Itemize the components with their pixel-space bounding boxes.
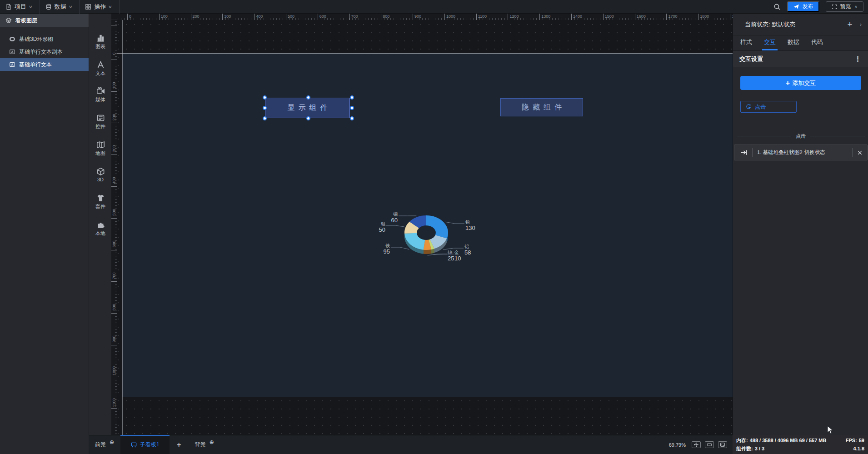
layer-label: 基础单行文本副本 <box>19 48 63 56</box>
resize-handle[interactable] <box>350 95 354 100</box>
ruler-v-label: 100 <box>112 79 116 92</box>
layer-item[interactable]: 基础单行文本副本 <box>0 45 89 58</box>
toolbox-item-地图[interactable]: 地图 <box>89 140 112 157</box>
resize-handle[interactable] <box>263 116 267 120</box>
ruler-v-label: 600 <box>112 237 116 251</box>
canvas-area[interactable]: 0100200300400500600700800900100011001200… <box>111 14 733 435</box>
chart-icon <box>89 34 112 42</box>
ruler-v-label: 500 <box>112 205 116 219</box>
dashboard-editor: 项目∨数据∨操作∨ 发布 预览 ∨ 看板图层 基础3D环形图基础单行文本副本基础 <box>0 0 868 454</box>
ruler-h-label: 1400 <box>573 14 582 19</box>
add-background-icon[interactable]: ⊕ <box>210 439 214 445</box>
toolbox-label: 本地 <box>89 230 112 237</box>
current-state-row: 当前状态: 默认状态 + › <box>733 14 868 35</box>
interaction-action-row[interactable]: 1. 基础堆叠柱状图2-切换状态 <box>734 145 868 160</box>
menu-data[interactable]: 数据∨ <box>40 0 80 14</box>
console-button[interactable] <box>718 441 727 448</box>
fit-screen-button[interactable] <box>692 441 701 448</box>
artboard-left-guide <box>122 20 123 435</box>
hide-component-button[interactable]: 隐藏组件 <box>500 98 583 116</box>
background-tab[interactable]: 背景 ⊕ <box>189 435 220 454</box>
layers-panel-header: 看板图层 <box>0 14 89 27</box>
media-icon <box>89 87 112 95</box>
layer-item[interactable]: 基础3D环形图 <box>0 33 89 45</box>
menu-group: 项目∨数据∨操作∨ <box>0 0 120 14</box>
subboard-tab[interactable]: 子看板1 <box>120 435 170 454</box>
fullscreen-icon <box>832 4 837 10</box>
components-label: 组件数: <box>736 446 753 451</box>
trigger-divider: 点击 <box>737 133 865 140</box>
panel-tabs: 样式交互数据代码 <box>733 35 868 51</box>
textbox-icon <box>9 49 15 55</box>
ruler-h-label: 1600 <box>637 14 646 19</box>
chevron-right-icon[interactable]: › <box>860 21 862 28</box>
ruler-h-label: 200 <box>193 14 200 19</box>
local-icon <box>89 220 112 229</box>
show-component-button[interactable]: 显示组件 <box>265 98 350 118</box>
toolbox-item-套件[interactable]: 套件 <box>89 194 112 210</box>
donut-chart-3d[interactable]: 铅130铝58金10锌25铁95银50铜60 <box>365 198 488 266</box>
toolbox-item-3D[interactable]: 3D <box>89 167 112 182</box>
resize-handle[interactable] <box>263 106 267 110</box>
shortcut-keys-button[interactable] <box>705 441 714 448</box>
click-trigger-button[interactable]: 点击 <box>740 101 797 113</box>
layer-label: 基础3D环形图 <box>19 35 53 43</box>
ruler-h-label: 1800 <box>700 14 709 19</box>
panel-tab-交互[interactable]: 交互 <box>764 38 776 50</box>
toolbox-item-图表[interactable]: 图表 <box>89 34 112 50</box>
board-icon <box>130 441 137 448</box>
toolbox-label: 图表 <box>89 43 112 50</box>
ruler-h-label: 100 <box>161 14 168 19</box>
horizontal-ruler: 0100200300400500600700800900100011001200… <box>117 14 733 20</box>
ruler-h-label: 1200 <box>509 14 519 19</box>
layer-item[interactable]: 基础单行文本 <box>0 58 89 71</box>
resize-handle[interactable] <box>350 116 354 120</box>
chart-label-铅: 铅130 <box>465 220 481 231</box>
layer-label: 基础单行文本 <box>19 61 52 69</box>
resize-handle[interactable] <box>263 95 267 100</box>
subboard-label: 子看板1 <box>140 441 160 449</box>
foreground-label: 前景 <box>95 441 106 449</box>
search-icon[interactable] <box>773 3 781 10</box>
panel-tab-数据[interactable]: 数据 <box>788 38 799 50</box>
donut-icon <box>9 36 15 42</box>
toolbox-item-文本[interactable]: 文本 <box>89 60 112 77</box>
toolbox-item-媒体[interactable]: 媒体 <box>89 87 112 103</box>
toolbox-label: 地图 <box>89 150 112 157</box>
add-interaction-button[interactable]: + 添加交互 <box>740 76 861 90</box>
trigger-label: 点击 <box>755 103 766 111</box>
panel-tab-样式[interactable]: 样式 <box>740 38 752 50</box>
resize-handle[interactable] <box>306 116 310 120</box>
resize-handle[interactable] <box>306 95 310 100</box>
ruler-h-label: 900 <box>414 14 421 19</box>
top-menu-bar: 项目∨数据∨操作∨ 发布 预览 ∨ <box>0 0 868 14</box>
chevron-down-icon: ∨ <box>68 5 72 9</box>
menu-action[interactable]: 操作∨ <box>80 0 120 14</box>
publish-button[interactable]: 发布 <box>787 1 819 12</box>
more-options-icon[interactable]: ⋮ <box>854 55 862 63</box>
components-row: 组件数:3 / 3 4.1.8 <box>736 444 864 453</box>
resize-handle[interactable] <box>350 106 354 110</box>
foreground-tab[interactable]: 前景 ⊕ <box>89 435 120 454</box>
add-subboard-button[interactable]: + <box>170 440 189 449</box>
remove-action-button[interactable] <box>853 150 867 155</box>
ruler-h-label: 500 <box>288 14 294 19</box>
menu-project[interactable]: 项目∨ <box>0 0 40 14</box>
add-foreground-icon[interactable]: ⊕ <box>110 439 114 445</box>
chart-label-铜: 铜60 <box>382 212 398 224</box>
ruler-v-label: 200 <box>112 110 116 124</box>
component-toolbox: 图表文本媒体控件地图3D套件本地 <box>89 14 111 454</box>
action-label: 1. 基础堆叠柱状图2-切换状态 <box>753 149 852 156</box>
panel-tab-代码[interactable]: 代码 <box>811 38 823 50</box>
ruler-v-label: 800 <box>112 300 116 314</box>
database-icon <box>45 4 52 10</box>
add-state-icon[interactable]: + <box>848 20 853 30</box>
toolbox-item-本地[interactable]: 本地 <box>89 220 112 237</box>
ruler-v-label: 1100 <box>112 396 116 409</box>
chevron-down-icon: ∨ <box>29 5 33 9</box>
preview-button[interactable]: 预览 ∨ <box>826 1 863 12</box>
ruler-corner <box>111 14 117 20</box>
textbox-icon <box>9 61 15 68</box>
text-icon <box>89 60 112 69</box>
toolbox-item-控件[interactable]: 控件 <box>89 114 112 130</box>
